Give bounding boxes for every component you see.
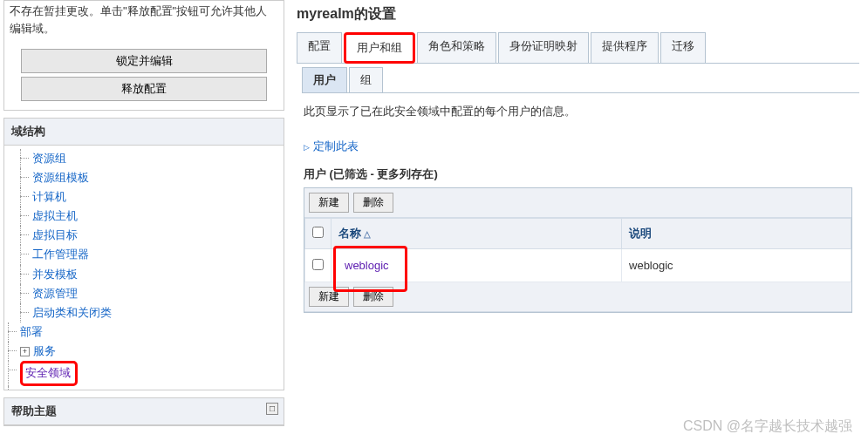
table-row: weblogic weblogic bbox=[305, 249, 851, 282]
tab-users-groups[interactable]: 用户和组 bbox=[344, 32, 415, 64]
tree-item-startup[interactable]: 启动类和关闭类 bbox=[32, 306, 112, 319]
domain-tree-title: 域结构 bbox=[4, 119, 284, 146]
row-checkbox[interactable] bbox=[312, 259, 324, 270]
user-desc: weblogic bbox=[622, 249, 851, 282]
subtab-group[interactable]: 组 bbox=[349, 67, 383, 92]
delete-button-top[interactable]: 删除 bbox=[353, 193, 393, 213]
expand-icon[interactable]: + bbox=[20, 347, 30, 356]
domain-tree: 资源组 资源组模板 计算机 虚拟主机 虚拟目标 工作管理器 并发模板 资源管理 … bbox=[4, 146, 284, 390]
user-link[interactable]: weblogic bbox=[345, 259, 389, 272]
tab-cred[interactable]: 身份证明映射 bbox=[498, 32, 589, 63]
domain-structure-panel: 域结构 资源组 资源组模板 计算机 虚拟主机 虚拟目标 工作管理器 并发模板 资… bbox=[3, 118, 284, 390]
help-title: 帮助主题 bbox=[11, 404, 57, 417]
page-desc: 此页显示了已在此安全领域中配置的每个用户的信息。 bbox=[304, 104, 852, 119]
tree-item-vtarget[interactable]: 虚拟目标 bbox=[32, 228, 78, 241]
tree-item-services[interactable]: 服务 bbox=[33, 344, 56, 357]
customize-table-link[interactable]: ▷定制此表 bbox=[304, 139, 852, 154]
sort-asc-icon: △ bbox=[364, 229, 371, 239]
collapse-icon[interactable]: □ bbox=[266, 403, 278, 415]
tree-item-security[interactable]: 安全领域 bbox=[25, 366, 71, 379]
sub-tabs: 用户 组 bbox=[302, 67, 859, 92]
tree-item-resgroup-tmpl[interactable]: 资源组模板 bbox=[32, 171, 89, 184]
tree-item-resgroup[interactable]: 资源组 bbox=[32, 152, 66, 165]
pending-changes-panel: 不存在暂挂更改。单击"释放配置"按钮可允许其他人编辑域。 锁定并编辑 释放配置 bbox=[3, 0, 284, 111]
triangle-right-icon: ▷ bbox=[304, 143, 310, 152]
pending-text: 不存在暂挂更改。单击"释放配置"按钮可允许其他人编辑域。 bbox=[4, 1, 284, 45]
lock-edit-button[interactable]: 锁定并编辑 bbox=[21, 49, 267, 73]
tab-roles[interactable]: 角色和策略 bbox=[417, 32, 496, 63]
release-config-button[interactable]: 释放配置 bbox=[21, 77, 267, 101]
tab-config[interactable]: 配置 bbox=[297, 32, 342, 63]
table-title: 用户 (已筛选 - 更多列存在) bbox=[304, 166, 852, 182]
tree-item-resmgmt[interactable]: 资源管理 bbox=[32, 287, 78, 300]
new-button-top[interactable]: 新建 bbox=[309, 193, 349, 213]
tab-migrate[interactable]: 迁移 bbox=[660, 32, 706, 63]
tab-providers[interactable]: 提供程序 bbox=[591, 32, 659, 63]
select-all-checkbox[interactable] bbox=[312, 227, 324, 238]
users-table: 新建 删除 名称△ 说明 weblogic bbox=[304, 187, 852, 313]
tree-item-interop[interactable]: 互用性 bbox=[33, 389, 67, 390]
tree-item-computer[interactable]: 计算机 bbox=[32, 190, 66, 203]
subtab-user[interactable]: 用户 bbox=[302, 67, 347, 92]
tree-item-vhost[interactable]: 虚拟主机 bbox=[32, 209, 78, 222]
help-panel: 帮助主题 □ bbox=[3, 397, 284, 426]
col-desc[interactable]: 说明 bbox=[622, 219, 851, 249]
col-name[interactable]: 名称△ bbox=[331, 219, 622, 249]
tree-item-devtmpl[interactable]: 并发模板 bbox=[32, 268, 78, 281]
main-tabs: 配置 用户和组 角色和策略 身份证明映射 提供程序 迁移 bbox=[297, 32, 859, 64]
page-title: myrealm的设置 bbox=[297, 5, 859, 24]
tree-item-deploy[interactable]: 部署 bbox=[20, 325, 43, 338]
tree-item-workmgr[interactable]: 工作管理器 bbox=[32, 248, 89, 261]
